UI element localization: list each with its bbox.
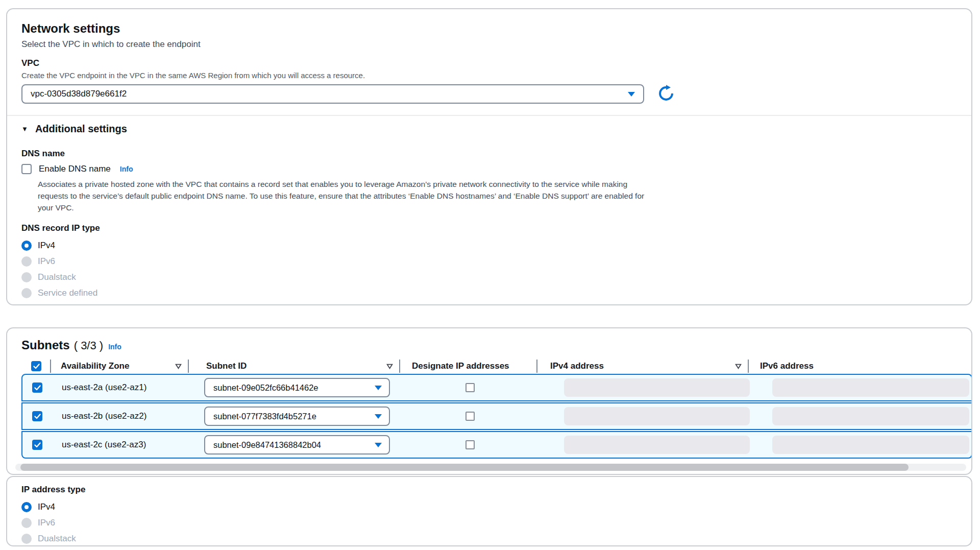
column-header-ipv6-address[interactable]: IPv6 address (749, 358, 957, 374)
availability-zone-cell: us-east-2a (use2-az1) (52, 375, 190, 400)
subnet-id-select[interactable]: subnet-077f7383fd4b5271e (204, 406, 390, 426)
ipv6-address-field (772, 378, 969, 397)
dns-record-ip-type-label: DNS record IP type (21, 223, 957, 233)
table-row[interactable]: us-east-2b (use2-az2) subnet-077f7383fd4… (21, 402, 972, 430)
row-checkbox[interactable] (32, 382, 42, 393)
radio-disabled-icon (21, 534, 32, 544)
additional-settings-toggle[interactable]: ▼ Additional settings (21, 123, 957, 135)
radio-label: IPv6 (38, 256, 55, 267)
radio-label: Dualstack (38, 534, 76, 544)
subnet-id-value: subnet-09e052fc66b41462e (213, 383, 318, 393)
subnet-id-value: subnet-077f7383fd4b5271e (213, 412, 316, 421)
refresh-button[interactable] (656, 84, 676, 104)
table-row[interactable]: us-east-2a (use2-az1) subnet-09e052fc66b… (21, 374, 972, 401)
horizontal-scrollbar-thumb[interactable] (20, 464, 909, 471)
ip-address-type-label: IP address type (21, 484, 957, 495)
radio-disabled-icon (21, 288, 32, 298)
subnets-count: ( 3/3 ) (74, 339, 103, 352)
sort-icon (735, 364, 742, 369)
network-settings-card: Network settings Select the VPC in which… (6, 8, 972, 305)
subnet-id-value: subnet-09e84741368842b04 (213, 440, 321, 450)
network-settings-subtitle: Select the VPC in which to create the en… (21, 39, 957, 50)
select-all-cell (21, 358, 51, 374)
dns-name-description: Associates a private hosted zone with th… (38, 178, 645, 213)
radio-label: IPv4 (38, 241, 55, 251)
subnet-id-select[interactable]: subnet-09e052fc66b41462e (204, 378, 390, 397)
ipv6-address-field (772, 407, 969, 425)
vpc-select[interactable]: vpc-0305d38d879e661f2 (21, 84, 644, 104)
dns-name-label: DNS name (21, 148, 957, 159)
radio-checked-icon[interactable] (21, 502, 32, 512)
radio-label: Dualstack (38, 272, 76, 282)
additional-settings-title: Additional settings (35, 123, 127, 135)
sort-icon (386, 364, 393, 369)
enable-dns-name-checkbox[interactable] (21, 164, 32, 174)
subnets-title: Subnets (21, 339, 70, 352)
radio-option-dualstack: Dualstack (21, 269, 957, 285)
ipv4-address-field (564, 436, 750, 454)
radio-option-dualstack: Dualstack (21, 531, 957, 546)
column-header-subnet-id[interactable]: Subnet ID (189, 358, 400, 374)
availability-zone-cell: us-east-2b (use2-az2) (52, 403, 190, 429)
vpc-select-value: vpc-0305d38d879e661f2 (31, 89, 127, 99)
radio-option-service-defined: Service defined (21, 285, 957, 301)
column-header-designate-ip[interactable]: Designate IP addresses (400, 358, 537, 374)
radio-label: IPv6 (38, 518, 55, 528)
network-settings-title: Network settings (21, 21, 957, 36)
chevron-down-icon (628, 92, 635, 97)
radio-label: IPv4 (38, 502, 55, 512)
radio-option-ipv6: IPv6 (21, 253, 957, 269)
ipv4-address-field (564, 407, 750, 425)
chevron-down-icon (375, 443, 382, 447)
sort-icon (175, 364, 182, 369)
select-all-checkbox[interactable] (31, 361, 41, 371)
radio-option-ipv4: IPv4 (21, 499, 957, 515)
availability-zone-cell: us-east-2c (use2-az3) (52, 432, 190, 458)
subnets-table-header: Availability Zone Subnet ID Designate IP… (21, 358, 957, 374)
chevron-down-icon (375, 414, 382, 419)
row-checkbox[interactable] (32, 411, 42, 421)
row-checkbox[interactable] (32, 440, 42, 450)
radio-option-ipv6: IPv6 (21, 515, 957, 531)
radio-disabled-icon (21, 256, 32, 267)
horizontal-scrollbar-track (15, 464, 966, 471)
subnet-id-select[interactable]: subnet-09e84741368842b04 (204, 435, 390, 455)
designate-ip-checkbox[interactable] (465, 440, 475, 449)
designate-ip-checkbox[interactable] (465, 412, 475, 421)
ipv4-address-field (564, 378, 750, 397)
vpc-description: Create the VPC endpoint in the VPC in th… (21, 70, 957, 80)
subnets-title-row: Subnets ( 3/3 ) Info (21, 339, 957, 352)
radio-checked-icon[interactable] (21, 241, 32, 251)
ip-address-type-group: IPv4 IPv6 Dualstack (21, 499, 957, 546)
vpc-label: VPC (21, 58, 957, 68)
vpc-endpoint-network-settings-page: Network settings Select the VPC in which… (0, 0, 980, 550)
triangle-down-icon: ▼ (21, 125, 28, 133)
table-row[interactable]: us-east-2c (use2-az3) subnet-09e84741368… (21, 431, 972, 459)
refresh-icon (657, 84, 675, 104)
radio-label: Service defined (38, 288, 97, 298)
chevron-down-icon (375, 386, 382, 390)
designate-ip-checkbox[interactable] (465, 383, 475, 392)
ipv6-address-field (772, 436, 969, 454)
enable-dns-name-row: Enable DNS name Info (21, 164, 957, 174)
radio-option-ipv4: IPv4 (21, 237, 957, 253)
dns-record-ip-type-group: IPv4 IPv6 Dualstack Service defined (21, 237, 957, 301)
enable-dns-name-label: Enable DNS name (39, 164, 111, 174)
vpc-select-row: vpc-0305d38d879e661f2 (21, 84, 957, 104)
section-divider (6, 115, 972, 116)
dns-name-info-link[interactable]: Info (120, 165, 133, 173)
subnets-card: Subnets ( 3/3 ) Info Availability Zone S… (6, 327, 972, 475)
subnets-table-body: us-east-2a (use2-az1) subnet-09e052fc66b… (21, 374, 972, 459)
column-header-ipv4-address[interactable]: IPv4 address (537, 358, 749, 374)
radio-disabled-icon (21, 518, 32, 528)
ip-address-type-card: IP address type IPv4 IPv6 Dualstack (6, 476, 972, 546)
column-header-availability-zone[interactable]: Availability Zone (51, 358, 189, 374)
radio-disabled-icon (21, 272, 32, 282)
subnets-info-link[interactable]: Info (108, 343, 121, 351)
